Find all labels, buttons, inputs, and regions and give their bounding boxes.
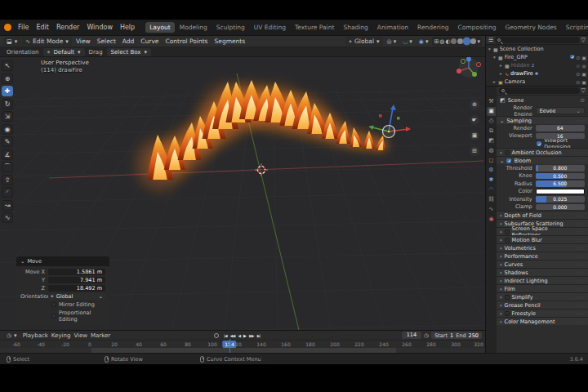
orientation-dropdown[interactable]: ⌖ Global ⌄ xyxy=(48,293,105,300)
next-keyframe-button[interactable]: ▶▶ xyxy=(248,333,255,338)
pin-icon[interactable]: ⊙ xyxy=(581,97,585,104)
hide-eye-closed-icon[interactable]: ⊘ xyxy=(576,63,580,69)
menu-select[interactable]: Select xyxy=(95,38,118,45)
tab-modifiers[interactable]: ⚙ xyxy=(487,166,496,175)
start-value[interactable]: 1 xyxy=(450,332,453,339)
section-freestyle[interactable]: ›Freestyle:::: xyxy=(497,309,588,317)
proportional-editing-dropdown[interactable]: ◉ ▾ xyxy=(416,38,431,45)
tool-radius[interactable]: ◜ xyxy=(2,187,13,198)
tool-rotate[interactable]: ↻ xyxy=(2,99,13,109)
section-film[interactable]: ›Film:::: xyxy=(497,284,588,292)
menu-control-points[interactable]: Control Points xyxy=(163,38,211,45)
menu-view[interactable]: View xyxy=(74,38,93,45)
filter-icon[interactable]: ▽ xyxy=(581,37,586,43)
freestyle-checkbox[interactable] xyxy=(505,311,510,316)
outliner-row-scene-collection[interactable]: ▾ ▦ Scene Collection xyxy=(486,45,588,53)
tool-randomize[interactable]: ∿ xyxy=(2,212,13,223)
tab-animation[interactable]: Animation xyxy=(373,22,412,33)
tool-draw-curve[interactable]: ⌒ xyxy=(2,162,13,172)
tab-layout[interactable]: Layout xyxy=(145,22,175,33)
current-frame-field[interactable]: 114 xyxy=(402,332,421,339)
section-grease-pencil[interactable]: ›Grease Pencil:::: xyxy=(497,301,588,309)
menu-curve[interactable]: Curve xyxy=(138,38,161,45)
tool-cursor[interactable]: ⊕ xyxy=(2,74,13,84)
tab-render[interactable]: ▣ xyxy=(487,107,496,116)
section-motion-blur[interactable]: ›Motion Blur:::: xyxy=(497,235,588,243)
tool-measure[interactable]: ∡ xyxy=(2,149,13,160)
menu-segments[interactable]: Segments xyxy=(212,38,248,45)
shading-wireframe-icon[interactable] xyxy=(451,38,457,44)
tab-view-layer[interactable]: ⧉ xyxy=(487,127,496,136)
tab-scripting[interactable]: Scripting xyxy=(562,22,588,33)
tab-sculpting[interactable]: Sculpting xyxy=(212,22,249,33)
tool-annotate[interactable]: ✎ xyxy=(2,136,13,147)
menu-file[interactable]: File xyxy=(15,23,32,32)
tool-extrude[interactable]: ⇧ xyxy=(2,175,13,185)
tab-modeling[interactable]: Modeling xyxy=(176,22,212,33)
tab-constraints[interactable]: ⛓ xyxy=(487,195,496,204)
tab-texture-paint[interactable]: Texture Paint xyxy=(291,22,338,33)
camera-view-icon[interactable]: ▣ xyxy=(470,131,479,140)
section-volumetrics[interactable]: ›Volumetrics:::: xyxy=(497,243,588,252)
perspective-toggle-icon[interactable]: ⊞ xyxy=(470,146,479,156)
expand-icon[interactable]: ▾ xyxy=(492,55,497,60)
timeline-ruler[interactable]: -60 -40 -20 0 20 40 60 80 100 120 140 16… xyxy=(0,340,485,348)
viewport-denoising-checkbox[interactable]: ✓ xyxy=(537,141,541,146)
auto-keying-button[interactable] xyxy=(214,333,219,338)
tab-world[interactable]: ◍ xyxy=(487,146,496,155)
proportional-editing-checkbox[interactable] xyxy=(51,314,56,318)
timeline-editor-type-button[interactable]: ◷ ▾ xyxy=(3,331,20,340)
prev-keyframe-button[interactable]: ◀◀ xyxy=(229,333,236,338)
viewport-samples-field[interactable]: 16 xyxy=(536,133,585,140)
play-reverse-button[interactable]: ◀ xyxy=(237,333,241,338)
outliner-search-input[interactable] xyxy=(495,37,579,43)
collection-checkbox[interactable]: ✓ xyxy=(570,55,574,59)
tool-scale[interactable]: ⇲ xyxy=(2,111,13,122)
section-depth-of-field[interactable]: ›Depth of Field:::: xyxy=(497,211,588,219)
snap-dropdown[interactable]: ◡ ▾ xyxy=(400,38,415,45)
viewport-denoising-row[interactable]: ✓ Viewport Denoising xyxy=(497,140,588,148)
section-curves[interactable]: ›Curves:::: xyxy=(497,260,588,268)
section-indirect-lighting[interactable]: ›Indirect Lighting:::: xyxy=(497,276,588,284)
section-performance[interactable]: ›Performance:::: xyxy=(497,252,588,260)
section-shadows[interactable]: ›Shadows:::: xyxy=(497,268,588,276)
show-overlays-icon[interactable]: ◍ xyxy=(439,38,444,45)
menu-keying[interactable]: Keying xyxy=(51,332,71,339)
ao-checkbox[interactable] xyxy=(505,150,510,155)
expand-icon[interactable]: ▸ xyxy=(492,79,497,84)
render-engine-dropdown[interactable]: Eevee ⌄ xyxy=(536,107,585,114)
hide-eye-icon[interactable]: ⊙ xyxy=(576,79,580,85)
ssr-checkbox[interactable] xyxy=(505,229,510,234)
tab-uv-editing[interactable]: UV Editing xyxy=(250,22,290,33)
tab-shading[interactable]: Shading xyxy=(339,22,372,33)
disable-render-icon[interactable]: ▣ xyxy=(581,71,586,77)
section-screen-space-reflections[interactable]: ›Screen Space Reflections:::: xyxy=(497,227,588,235)
section-color-management[interactable]: ›Color Management:::: xyxy=(497,317,588,325)
3d-viewport[interactable]: User Perspective (114) drawFire ↖ ⊕ ✚ ↻ … xyxy=(0,57,485,330)
xray-toggle-icon[interactable]: ◐ xyxy=(445,38,450,45)
motion-blur-checkbox[interactable] xyxy=(505,238,510,243)
mirror-editing-checkbox[interactable] xyxy=(51,302,56,307)
tool-transform[interactable]: ◉ xyxy=(2,124,13,135)
transform-orientation-dropdown[interactable]: ⌖ Global ▾ xyxy=(345,37,382,46)
tab-output[interactable]: ⎙ xyxy=(487,117,496,126)
move-y-field[interactable]: 7.941 m xyxy=(48,277,105,283)
section-simplify[interactable]: ›Simplify:::: xyxy=(497,292,588,301)
section-sampling[interactable]: ⌄ Sampling :::: xyxy=(497,116,588,124)
mode-dropdown[interactable]: ∿ Edit Mode ▾ xyxy=(22,37,72,46)
tool-select-box[interactable]: ↖ xyxy=(2,60,13,71)
outliner-row-drawfire[interactable]: ▸ ∿ drawFire ✱ ⊙ ▣ xyxy=(486,69,588,78)
tab-object-data[interactable]: ∿ xyxy=(487,205,496,214)
end-value[interactable]: 250 xyxy=(469,332,479,339)
bloom-checkbox[interactable]: ✓ xyxy=(506,158,511,163)
tab-rendering[interactable]: Rendering xyxy=(413,22,452,33)
intensity-slider[interactable]: 0.025 xyxy=(536,196,585,203)
menu-marker[interactable]: Marker xyxy=(91,332,110,339)
hide-eye-icon[interactable]: ⊙ xyxy=(576,71,580,77)
tool-tilt[interactable]: ↝ xyxy=(2,200,13,211)
tab-geometry-nodes[interactable]: Geometry Nodes xyxy=(501,22,560,33)
move-panel-header[interactable]: ⌄ Move xyxy=(16,256,109,266)
proportional-editing-row[interactable]: Proportional Editing xyxy=(51,310,105,323)
move-z-field[interactable]: 18.492 m xyxy=(48,285,105,292)
pan-hand-icon[interactable]: ☛ xyxy=(470,115,479,125)
